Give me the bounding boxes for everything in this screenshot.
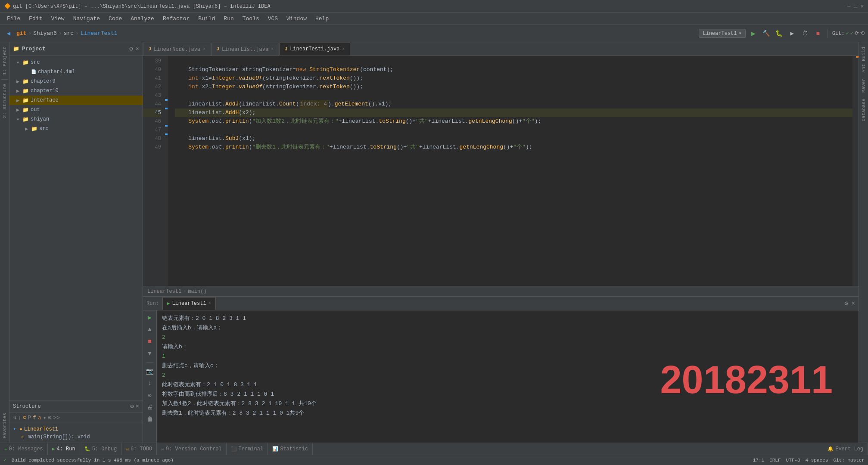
- debug-btn[interactable]: 🐛: [774, 28, 784, 39]
- inherited-btn[interactable]: a: [38, 415, 41, 421]
- ant-build-label[interactable]: Ant Build: [860, 44, 867, 75]
- field-btn[interactable]: P: [28, 415, 31, 421]
- tab-close-linearnode[interactable]: ×: [203, 47, 205, 52]
- build-btn[interactable]: 🔨: [761, 28, 772, 39]
- run-up-btn[interactable]: ▲: [145, 324, 155, 335]
- run-tab-lineartest1[interactable]: ▶ LinearTest1 ×: [162, 297, 216, 310]
- status-line-ending[interactable]: CRLF: [769, 458, 781, 463]
- close-btn[interactable]: ✕: [861, 3, 864, 9]
- run-down-btn[interactable]: ▼: [145, 348, 155, 359]
- run-start-btn[interactable]: ▶: [145, 312, 155, 322]
- tree-label-out: out: [31, 107, 40, 113]
- structure-close-btn[interactable]: ×: [136, 403, 139, 410]
- tab-messages[interactable]: ≡ 0: Messages: [0, 443, 48, 455]
- file-crumb[interactable]: LinearTest1: [81, 30, 118, 37]
- menu-file[interactable]: File: [3, 15, 24, 23]
- code-line-48: linearList.SubJ(x1);: [175, 134, 852, 143]
- tree-shiyan-src[interactable]: ▶ 📁 src: [9, 124, 143, 133]
- menu-code[interactable]: Code: [105, 15, 125, 23]
- sort-alpha-btn[interactable]: ⇅: [13, 414, 16, 421]
- git-check1: ✓: [846, 30, 849, 37]
- menu-window[interactable]: Window: [283, 15, 310, 23]
- tree-src[interactable]: ▾ 📁 src: [9, 58, 143, 67]
- run-print-btn[interactable]: 🖨: [145, 402, 155, 412]
- expand-btn[interactable]: ✦: [43, 414, 47, 421]
- run-btn[interactable]: ▶: [748, 28, 759, 39]
- maven-label[interactable]: Maven: [860, 76, 867, 95]
- stop-btn[interactable]: ■: [813, 28, 823, 39]
- run-settings-btn[interactable]: ⚙: [844, 300, 848, 307]
- structure-tab-left[interactable]: 2: Structure: [1, 81, 8, 121]
- run-close-btn[interactable]: ×: [852, 300, 855, 307]
- tab-close-lineartest1[interactable]: ×: [342, 47, 345, 52]
- more-btn[interactable]: ⊙: [48, 414, 52, 421]
- project-panel: 📁 Project ⚙ × ▾ 📁 src 📄 chapter4.iml ▶ 📁…: [9, 42, 143, 443]
- run-filter-btn[interactable]: ⊙: [145, 390, 155, 400]
- tab-debug[interactable]: 🐛 5: Debug: [80, 443, 122, 455]
- tab-terminal[interactable]: ⬛ Terminal: [227, 443, 268, 455]
- tab-linearlist[interactable]: J LinearList.java ×: [211, 43, 279, 56]
- menu-refactor[interactable]: Refactor: [159, 15, 193, 23]
- tab-close-linearlist[interactable]: ×: [271, 47, 274, 52]
- tab-vc-label: 9: Version Control: [166, 446, 222, 452]
- tree-chapter4-iml[interactable]: 📄 chapter4.iml: [9, 67, 143, 77]
- folder-icon-shiyan: 📁: [22, 116, 29, 123]
- menu-navigate[interactable]: Navigate: [70, 15, 103, 23]
- status-git[interactable]: Git: master: [833, 458, 865, 463]
- event-icon: 🔔: [828, 446, 834, 452]
- project-close-btn[interactable]: ×: [136, 46, 139, 53]
- run-screenshot-btn[interactable]: 📷: [145, 366, 155, 376]
- menu-help[interactable]: Help: [312, 15, 332, 23]
- run-scroll-btn[interactable]: ↕: [145, 378, 155, 388]
- struct-class-item[interactable]: ▾ ● LinearTest1: [13, 425, 139, 433]
- tab-todo[interactable]: ☑ 6: TODO: [121, 443, 157, 455]
- menu-view[interactable]: View: [47, 15, 68, 23]
- src-crumb[interactable]: src: [64, 30, 74, 37]
- code-line-47: [175, 126, 852, 134]
- menu-tools[interactable]: Tools: [239, 15, 263, 23]
- tree-chapter10[interactable]: ▶ 📁 chapter10: [9, 86, 143, 96]
- project-tab[interactable]: 1: Project: [1, 44, 8, 78]
- structure-settings-btn[interactable]: ⚙: [130, 403, 134, 410]
- coverage-btn[interactable]: ▶: [787, 28, 797, 39]
- code-lines[interactable]: StringTokenizer stringTokenizer=new Stri…: [168, 56, 852, 286]
- left-gutter: [165, 56, 168, 286]
- class-icon-btn[interactable]: C: [23, 415, 26, 420]
- project-gear-btn[interactable]: ⚙: [129, 45, 133, 53]
- tab-run[interactable]: ▶ 4: Run: [48, 443, 80, 455]
- tab-version-control[interactable]: ≡ 9: Version Control: [157, 443, 226, 455]
- tree-out[interactable]: ▶ 📁 out: [9, 105, 143, 115]
- favorites-tab[interactable]: Favorites: [1, 410, 8, 441]
- run-config-selector[interactable]: LinearTest1 ▾: [699, 29, 745, 38]
- profile-btn[interactable]: ⏱: [800, 28, 810, 39]
- tree-shiyan[interactable]: ▾ 📁 shiyan: [9, 115, 143, 124]
- run-stop-btn[interactable]: ■: [145, 336, 155, 347]
- status-indent[interactable]: 4 spaces: [806, 458, 828, 463]
- tree-chapter9[interactable]: ▶ 📁 chapter9: [9, 77, 143, 86]
- status-position[interactable]: 17:1: [753, 458, 764, 463]
- tab-lineartest1[interactable]: J LinearTest1.java ×: [279, 43, 350, 56]
- sort-type-btn[interactable]: ↕: [18, 415, 22, 421]
- extra-btn[interactable]: >>: [53, 415, 60, 421]
- maximize-btn[interactable]: □: [854, 3, 857, 9]
- menu-build[interactable]: Build: [195, 15, 218, 23]
- method-btn[interactable]: f: [33, 415, 36, 421]
- minimize-btn[interactable]: ─: [847, 3, 850, 9]
- menu-edit[interactable]: Edit: [25, 15, 46, 23]
- struct-method-item[interactable]: m main(String[]): void: [13, 433, 139, 441]
- run-tab-close[interactable]: ×: [208, 301, 211, 306]
- struct-method-name: main(String[]): void: [28, 434, 90, 440]
- shiyan6-crumb[interactable]: Shiyan6: [33, 30, 57, 37]
- menu-analyze[interactable]: Analyze: [127, 15, 158, 23]
- database-label[interactable]: Database: [860, 96, 867, 124]
- status-encoding[interactable]: UTF-8: [786, 458, 800, 463]
- tree-label-shiyan: shiyan: [31, 116, 49, 122]
- tab-event-log[interactable]: 🔔 Event Log: [823, 443, 868, 455]
- menu-run[interactable]: Run: [220, 15, 237, 23]
- tab-statistic[interactable]: 📊 Statistic: [268, 443, 313, 455]
- run-trash-btn[interactable]: 🗑: [145, 414, 155, 425]
- back-nav-btn[interactable]: ◀: [3, 28, 14, 39]
- menu-vcs[interactable]: VCS: [264, 15, 281, 23]
- tree-interface[interactable]: ▶ 📁 Interface: [9, 96, 143, 105]
- tab-linearnode[interactable]: J LinearNode.java ×: [143, 43, 211, 56]
